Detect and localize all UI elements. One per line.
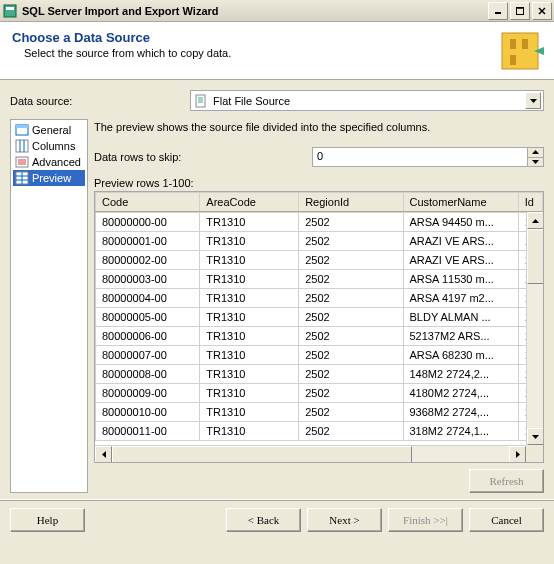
wizard-header: Choose a Data Source Select the source f… — [0, 22, 554, 80]
table-row[interactable]: 80000000-00TR13102502ARSA 94450 m...1 — [96, 213, 543, 232]
table-cell: ARSA 68230 m... — [403, 346, 518, 365]
svg-rect-11 — [196, 95, 205, 107]
table-cell: ARAZI VE ARS... — [403, 232, 518, 251]
sidebar: GeneralColumnsAdvancedPreview — [10, 119, 88, 493]
table-cell: 4180M2 2724,... — [403, 384, 518, 403]
flatfile-icon — [193, 93, 209, 109]
svg-rect-0 — [4, 5, 16, 17]
table-cell: ARSA 11530 m... — [403, 270, 518, 289]
app-icon — [2, 3, 18, 19]
table-cell: 80000004-00 — [96, 289, 200, 308]
table-cell: 80000002-00 — [96, 251, 200, 270]
table-cell: TR1310 — [200, 384, 299, 403]
window-title: SQL Server Import and Export Wizard — [22, 5, 488, 17]
table-row[interactable]: 80000003-00TR13102502ARSA 11530 m...1 — [96, 270, 543, 289]
scroll-left-icon[interactable] — [95, 446, 112, 463]
wizard-icon — [496, 27, 544, 75]
wizard-footer: Help < Back Next > Finish >>| Cancel — [0, 499, 554, 540]
table-cell: 80000007-00 — [96, 346, 200, 365]
datasource-label: Data source: — [10, 95, 190, 107]
table-cell: ARSA 94450 m... — [403, 213, 518, 232]
table-cell: 80000003-00 — [96, 270, 200, 289]
table-row[interactable]: 80000004-00TR13102502ARSA 4197 m2...1 — [96, 289, 543, 308]
scroll-down-icon[interactable] — [527, 428, 544, 445]
finish-button[interactable]: Finish >>| — [388, 508, 463, 532]
table-cell: 9368M2 2724,... — [403, 403, 518, 422]
datasource-combo[interactable]: Flat File Source — [190, 90, 544, 111]
refresh-button[interactable]: Refresh — [469, 469, 544, 493]
cancel-button[interactable]: Cancel — [469, 508, 544, 532]
spinner-up[interactable] — [527, 148, 543, 158]
table-cell: TR1310 — [200, 232, 299, 251]
table-cell: TR1310 — [200, 327, 299, 346]
minimize-button[interactable] — [488, 2, 508, 20]
chevron-down-icon[interactable] — [525, 92, 541, 109]
table-cell: TR1310 — [200, 251, 299, 270]
table-row[interactable]: 80000010-00TR131025029368M2 2724,...1 — [96, 403, 543, 422]
table-cell: TR1310 — [200, 365, 299, 384]
spinner-down[interactable] — [527, 158, 543, 167]
table-cell: 80000006-00 — [96, 327, 200, 346]
sidebar-item-preview[interactable]: Preview — [13, 170, 85, 186]
table-cell: TR1310 — [200, 289, 299, 308]
table-row[interactable]: 80000009-00TR131025024180M2 2724,...1 — [96, 384, 543, 403]
datasource-value: Flat File Source — [213, 95, 525, 107]
table-cell: BLDY ALMAN ... — [403, 308, 518, 327]
table-cell: TR1310 — [200, 213, 299, 232]
table-cell: ARAZI VE ARS... — [403, 251, 518, 270]
svg-rect-16 — [16, 125, 28, 128]
table-cell: 148M2 2724,2... — [403, 365, 518, 384]
table-cell: 80000000-00 — [96, 213, 200, 232]
table-row[interactable]: 80000006-00TR1310250252137M2 ARS...1 — [96, 327, 543, 346]
svg-rect-1 — [6, 7, 14, 10]
sidebar-item-general[interactable]: General — [13, 122, 85, 138]
sidebar-icon — [15, 123, 29, 137]
preview-message: The preview shows the source file divide… — [94, 121, 544, 133]
table-cell: 2502 — [299, 365, 403, 384]
svg-rect-9 — [522, 39, 528, 49]
table-cell: TR1310 — [200, 308, 299, 327]
table-row[interactable]: 80000002-00TR13102502ARAZI VE ARS...1 — [96, 251, 543, 270]
skip-value[interactable]: 0 — [313, 148, 527, 166]
column-header[interactable]: CustomerName — [403, 193, 518, 212]
table-row[interactable]: 80000007-00TR13102502ARSA 68230 m...1 — [96, 346, 543, 365]
title-bar: SQL Server Import and Export Wizard — [0, 0, 554, 22]
horizontal-scrollbar[interactable] — [95, 445, 526, 462]
sidebar-icon — [15, 171, 29, 185]
vertical-scrollbar[interactable] — [526, 212, 543, 445]
column-header[interactable]: Id — [518, 193, 542, 212]
scroll-right-icon[interactable] — [509, 446, 526, 463]
preview-grid[interactable]: CodeAreaCodeRegionIdCustomerNameId 80000… — [94, 191, 544, 463]
table-cell: 2502 — [299, 251, 403, 270]
table-row[interactable]: 80000008-00TR13102502148M2 2724,2...1 — [96, 365, 543, 384]
scroll-corner — [526, 445, 543, 462]
back-button[interactable]: < Back — [226, 508, 301, 532]
help-button[interactable]: Help — [10, 508, 85, 532]
sidebar-icon — [15, 155, 29, 169]
next-button[interactable]: Next > — [307, 508, 382, 532]
table-cell: TR1310 — [200, 270, 299, 289]
table-row[interactable]: 80000011-00TR13102502318M2 2724,1...1 — [96, 422, 543, 441]
scroll-thumb[interactable] — [527, 229, 544, 284]
table-row[interactable]: 80000001-00TR13102502ARAZI VE ARS...1 — [96, 232, 543, 251]
sidebar-item-advanced[interactable]: Advanced — [13, 154, 85, 170]
scroll-up-icon[interactable] — [527, 212, 544, 229]
skip-spinner[interactable]: 0 — [312, 147, 544, 167]
page-title: Choose a Data Source — [12, 30, 231, 45]
sidebar-item-label: Preview — [32, 172, 71, 184]
table-row[interactable]: 80000005-00TR13102502BLDY ALMAN ...1 — [96, 308, 543, 327]
table-cell: 80000010-00 — [96, 403, 200, 422]
close-button[interactable] — [532, 2, 552, 20]
table-cell: 318M2 2724,1... — [403, 422, 518, 441]
table-cell: 80000001-00 — [96, 232, 200, 251]
table-cell: 2502 — [299, 327, 403, 346]
sidebar-item-columns[interactable]: Columns — [13, 138, 85, 154]
table-cell: 2502 — [299, 232, 403, 251]
column-header[interactable]: Code — [96, 193, 200, 212]
column-header[interactable]: AreaCode — [200, 193, 299, 212]
column-header[interactable]: RegionId — [299, 193, 403, 212]
hscroll-thumb[interactable] — [112, 446, 412, 463]
table-cell: 2502 — [299, 422, 403, 441]
preview-label: Preview rows 1-100: — [94, 177, 544, 189]
maximize-button[interactable] — [510, 2, 530, 20]
